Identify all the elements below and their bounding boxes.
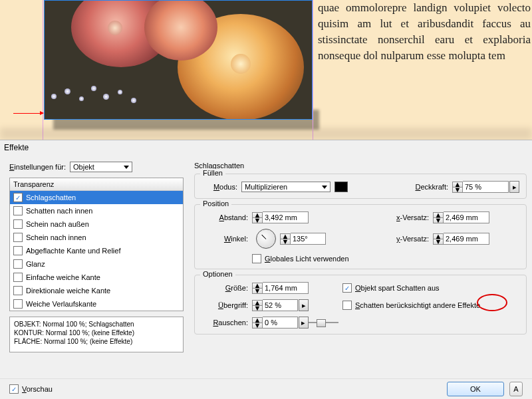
effects-panel: Einstellungen für: Objekt Transparenz ✓S…	[0, 155, 532, 381]
effect-label: Schein nach innen	[26, 233, 86, 241]
effect-item-7[interactable]: Direktionale weiche Kante	[10, 284, 183, 297]
document-canvas: quae ommolorepre landign volupiet volect…	[0, 0, 532, 140]
effect-label: Einfache weiche Kante	[26, 273, 100, 281]
effect-item-1[interactable]: Schatten nach innen	[10, 204, 183, 217]
spread-flyout-icon[interactable]: ▸	[299, 299, 309, 311]
body-text: quae ommolorepre landign volupiet volect…	[318, 0, 531, 64]
preview-checkbox[interactable]: ✓Vorschau	[9, 384, 53, 394]
effect-item-5[interactable]: Glanz	[10, 257, 183, 271]
noise-label: Rauschen:	[201, 319, 248, 327]
effect-checkbox[interactable]	[13, 246, 23, 255]
selected-image-frame[interactable]	[44, 0, 313, 120]
margin-guide	[43, 0, 43, 140]
x-offset-label: x-Versatz:	[342, 213, 429, 221]
effect-item-0[interactable]: ✓Schlagschatten	[10, 191, 183, 204]
effect-checkbox[interactable]	[13, 259, 23, 269]
effect-label: Glanz	[26, 260, 45, 268]
ok-button[interactable]: OK	[447, 382, 504, 396]
fill-group: Füllen Modus: Multiplizieren Deckkraft: …	[194, 174, 527, 199]
noise-slider[interactable]	[309, 318, 338, 327]
blend-mode-select[interactable]: Multiplizieren	[241, 182, 331, 192]
size-label: Größe:	[201, 284, 248, 292]
x-offset-stepper[interactable]: ▲▼	[433, 211, 519, 223]
noise-stepper[interactable]: ▲▼	[252, 317, 298, 329]
effects-summary: OBJEKT: Normal 100 %; Schlagschatten KON…	[9, 317, 184, 352]
angle-label: Winkel:	[201, 235, 248, 243]
column-guide	[313, 0, 313, 140]
effect-checkbox[interactable]: ✓	[13, 193, 23, 202]
effect-item-3[interactable]: Schein nach innen	[10, 231, 183, 244]
effect-list: Transparenz ✓SchlagschattenSchatten nach…	[9, 178, 184, 311]
distance-stepper[interactable]: ▲▼	[252, 211, 338, 223]
effect-checkbox[interactable]	[13, 273, 23, 282]
effect-label: Schlagschatten	[26, 194, 76, 201]
effect-item-8[interactable]: Weiche Verlaufskante	[10, 297, 183, 311]
global-light-checkbox[interactable]: Globales Licht verwenden	[252, 254, 519, 263]
settings-for-select[interactable]: Objekt	[70, 162, 132, 172]
angle-stepper[interactable]: ▲▼	[280, 233, 326, 245]
effect-label: Abgeflachte Kante und Relief	[26, 247, 121, 255]
blurred-text-row	[0, 128, 532, 140]
effect-item-4[interactable]: Abgeflachte Kante und Relief	[10, 244, 183, 257]
fill-group-title: Füllen	[200, 169, 225, 177]
settings-for-label: Einstellungen für:	[9, 163, 66, 171]
spread-stepper[interactable]: ▲▼	[252, 299, 298, 311]
effect-label: Direktionale weiche Kante	[26, 287, 110, 295]
spread-label: Übergriff:	[201, 301, 248, 309]
knockout-checkbox[interactable]: ✓Objekt spart Schatten aus	[342, 283, 519, 293]
effect-checkbox[interactable]	[13, 219, 23, 229]
effect-checkbox[interactable]	[13, 299, 23, 309]
effect-checkbox[interactable]	[13, 286, 23, 295]
options-group: Optionen Größe: ▲▼ ✓Objekt spart Schatte…	[194, 275, 527, 334]
opacity-flyout-icon[interactable]: ▸	[509, 181, 519, 193]
opacity-stepper[interactable]: ▲▼	[452, 181, 509, 193]
y-offset-stepper[interactable]: ▲▼	[433, 233, 519, 245]
cancel-button-partial[interactable]: A	[509, 382, 523, 396]
placed-image	[45, 1, 312, 119]
arrow-annotation	[13, 113, 43, 114]
panel-title: Effekte	[0, 140, 532, 155]
honors-effects-checkbox[interactable]: Schatten berücksichtigt andere Effekte	[342, 301, 519, 310]
distance-label: Abstand:	[201, 213, 248, 221]
effect-label: Weiche Verlaufskante	[26, 300, 96, 308]
effect-item-6[interactable]: Einfache weiche Kante	[10, 271, 183, 284]
section-title: Schlagschatten	[194, 162, 527, 170]
noise-flyout-icon[interactable]: ▸	[299, 317, 309, 329]
position-group-title: Position	[200, 200, 231, 207]
position-group: Position Abstand: ▲▼ x-Versatz: ▲▼ Winke…	[194, 204, 527, 269]
mode-label: Modus:	[201, 183, 237, 191]
effect-checkbox[interactable]	[13, 233, 23, 242]
shadow-color-swatch[interactable]	[334, 182, 348, 192]
effect-label: Schatten nach innen	[26, 207, 92, 215]
effect-item-2[interactable]: Schein nach außen	[10, 217, 183, 231]
effect-checkbox[interactable]	[13, 206, 23, 215]
options-group-title: Optionen	[200, 270, 235, 278]
effect-list-header[interactable]: Transparenz	[10, 178, 183, 191]
y-offset-label: y-Versatz:	[342, 235, 429, 243]
opacity-label: Deckkraft:	[415, 183, 448, 191]
angle-dial[interactable]	[256, 229, 276, 249]
size-stepper[interactable]: ▲▼	[252, 282, 338, 294]
effect-label: Schein nach außen	[26, 220, 89, 228]
